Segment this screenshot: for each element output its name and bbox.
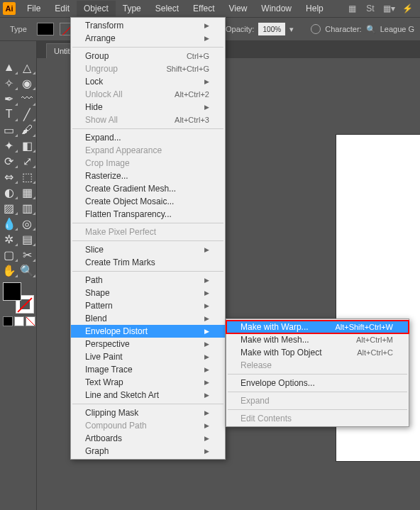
menu-view[interactable]: View xyxy=(222,1,255,16)
menu-item-image-trace[interactable]: Image Trace▶ xyxy=(71,363,225,376)
bridge-icon[interactable]: ▦ xyxy=(346,3,358,14)
menu-item-label: Image Trace xyxy=(85,365,133,375)
menu-item-label: Edit Contents xyxy=(241,414,292,423)
scale-tool[interactable]: ⤢ xyxy=(18,153,37,169)
menu-item-label: Graph xyxy=(85,446,109,456)
menu-item-line-and-sketch-art[interactable]: Line and Sketch Art▶ xyxy=(71,389,225,401)
submenu-arrow-icon: ▶ xyxy=(204,22,209,29)
submenu-arrow-icon: ▶ xyxy=(204,435,209,442)
menu-select[interactable]: Select xyxy=(148,1,186,16)
menu-item-arrange[interactable]: Arrange▶ xyxy=(71,32,225,45)
eyedropper-tool[interactable]: 💧 xyxy=(0,216,18,231)
arrange-docs-icon[interactable]: ▦▾ xyxy=(383,3,394,14)
zoom-tool[interactable]: 🔍 xyxy=(18,262,37,278)
mesh-tool[interactable]: ▨ xyxy=(0,200,18,216)
menu-item-live-paint[interactable]: Live Paint▶ xyxy=(71,350,225,363)
gpu-icon[interactable]: ⚡ xyxy=(402,3,413,14)
color-mode-row xyxy=(3,316,36,326)
curvature-tool[interactable]: 〰 xyxy=(18,91,37,106)
symbol-sprayer-tool[interactable]: ✲ xyxy=(0,231,18,247)
eraser-tool[interactable]: ◧ xyxy=(18,138,37,153)
fill-swatch-large[interactable] xyxy=(3,282,21,301)
globe-icon[interactable] xyxy=(311,24,321,34)
slice-tool[interactable]: ✂ xyxy=(18,247,37,262)
gradient-tool[interactable]: ▥ xyxy=(18,200,37,216)
menu-item-create-trim-marks[interactable]: Create Trim Marks xyxy=(71,256,225,269)
width-tool[interactable]: ⇔ xyxy=(0,169,18,184)
menu-item-envelope-options[interactable]: Envelope Options... xyxy=(226,377,409,389)
menu-item-hide[interactable]: Hide▶ xyxy=(71,101,225,113)
free-transform-tool[interactable]: ⬚ xyxy=(18,169,37,184)
artboard-tool[interactable]: ▢ xyxy=(0,247,18,262)
menu-item-pattern[interactable]: Pattern▶ xyxy=(71,299,225,312)
menu-item-expand[interactable]: Expand... xyxy=(71,131,225,144)
graph-tool[interactable]: ▤ xyxy=(18,231,37,247)
rotate-tool[interactable]: ⟳ xyxy=(0,153,18,169)
menu-item-transform[interactable]: Transform▶ xyxy=(71,19,225,32)
menu-item-create-object-mosaic[interactable]: Create Object Mosaic... xyxy=(71,195,225,208)
submenu-arrow-icon: ▶ xyxy=(204,302,209,309)
color-mode-gradient[interactable] xyxy=(14,316,24,326)
menu-item-make-with-warp[interactable]: Make with Warp...Alt+Shift+Ctrl+W xyxy=(226,321,409,333)
menu-item-envelope-distort[interactable]: Envelope Distort▶ xyxy=(71,325,225,338)
menu-item-label: Pattern xyxy=(85,301,113,311)
menu-item-create-gradient-mesh[interactable]: Create Gradient Mesh... xyxy=(71,182,225,195)
menu-file[interactable]: File xyxy=(20,1,48,16)
menu-item-make-with-mesh[interactable]: Make with Mesh...Alt+Ctrl+M xyxy=(226,333,409,346)
pen-tool[interactable]: ✒ xyxy=(0,91,18,106)
font-search-field[interactable]: League G xyxy=(380,25,414,33)
menu-separator xyxy=(72,223,223,223)
menu-object[interactable]: Object xyxy=(77,1,116,16)
opacity-dropdown-icon[interactable]: ▾ xyxy=(289,25,294,34)
paintbrush-tool[interactable]: 🖌 xyxy=(18,122,37,138)
stock-icon[interactable]: St xyxy=(365,3,376,14)
menu-item-graph[interactable]: Graph▶ xyxy=(71,445,225,458)
menu-item-label: Crop Image xyxy=(85,158,130,168)
tools-panel: ▲△✧◉✒〰T╱▭🖌✦◧⟳⤢⇔⬚◐▦▨▥💧◎✲▤▢✂✋🔍 xyxy=(0,41,37,510)
menu-item-shape[interactable]: Shape▶ xyxy=(71,287,225,299)
fill-swatch[interactable] xyxy=(37,23,54,35)
lasso-tool[interactable]: ◉ xyxy=(18,75,37,91)
rectangle-tool[interactable]: ▭ xyxy=(0,122,18,138)
menu-window[interactable]: Window xyxy=(254,1,299,16)
opacity-field[interactable]: 100% xyxy=(258,23,285,35)
fill-stroke-control[interactable] xyxy=(3,282,34,314)
selection-tool[interactable]: ▲ xyxy=(0,60,18,75)
menu-item-flatten-transparency[interactable]: Flatten Transparency... xyxy=(71,208,225,221)
shaper-tool[interactable]: ✦ xyxy=(0,138,18,153)
menu-item-make-with-top-object[interactable]: Make with Top ObjectAlt+Ctrl+C xyxy=(226,346,409,359)
menu-item-compound-path: Compound Path▶ xyxy=(71,419,225,432)
menu-item-clipping-mask[interactable]: Clipping Mask▶ xyxy=(71,406,225,419)
menu-item-expand-appearance: Expand Appearance xyxy=(71,144,225,157)
menu-type[interactable]: Type xyxy=(116,1,148,16)
menu-item-label: Make with Warp... xyxy=(241,322,309,332)
color-mode-none[interactable] xyxy=(26,316,35,326)
hand-tool[interactable]: ✋ xyxy=(0,262,18,278)
menu-item-rasterize[interactable]: Rasterize... xyxy=(71,170,225,182)
menu-item-lock[interactable]: Lock▶ xyxy=(71,75,225,88)
blend-tool[interactable]: ◎ xyxy=(18,216,37,231)
character-panel-toggle[interactable]: Character: xyxy=(325,25,361,33)
magic-wand-tool[interactable]: ✧ xyxy=(0,75,18,91)
menu-item-label: Line and Sketch Art xyxy=(85,390,159,400)
shape-builder-tool[interactable]: ◐ xyxy=(0,184,18,200)
type-tool[interactable]: T xyxy=(0,106,18,122)
menu-item-label: Group xyxy=(85,51,109,61)
line-tool[interactable]: ╱ xyxy=(18,106,37,122)
menu-item-text-wrap[interactable]: Text Wrap▶ xyxy=(71,376,225,389)
menu-edit[interactable]: Edit xyxy=(48,1,77,16)
menu-item-artboards[interactable]: Artboards▶ xyxy=(71,432,225,445)
menu-item-slice[interactable]: Slice▶ xyxy=(71,243,225,256)
submenu-arrow-icon: ▶ xyxy=(204,35,209,42)
menu-item-path[interactable]: Path▶ xyxy=(71,274,225,287)
menu-item-label: Arrange xyxy=(85,33,116,43)
menu-item-group[interactable]: GroupCtrl+G xyxy=(71,50,225,62)
menu-effect[interactable]: Effect xyxy=(186,1,221,16)
search-icon: 🔍 xyxy=(366,25,376,34)
color-mode-solid[interactable] xyxy=(3,316,13,326)
perspective-tool[interactable]: ▦ xyxy=(18,184,37,200)
direct-selection-tool[interactable]: △ xyxy=(18,60,37,75)
menu-item-blend[interactable]: Blend▶ xyxy=(71,312,225,325)
menu-item-perspective[interactable]: Perspective▶ xyxy=(71,338,225,350)
menu-help[interactable]: Help xyxy=(299,1,331,16)
